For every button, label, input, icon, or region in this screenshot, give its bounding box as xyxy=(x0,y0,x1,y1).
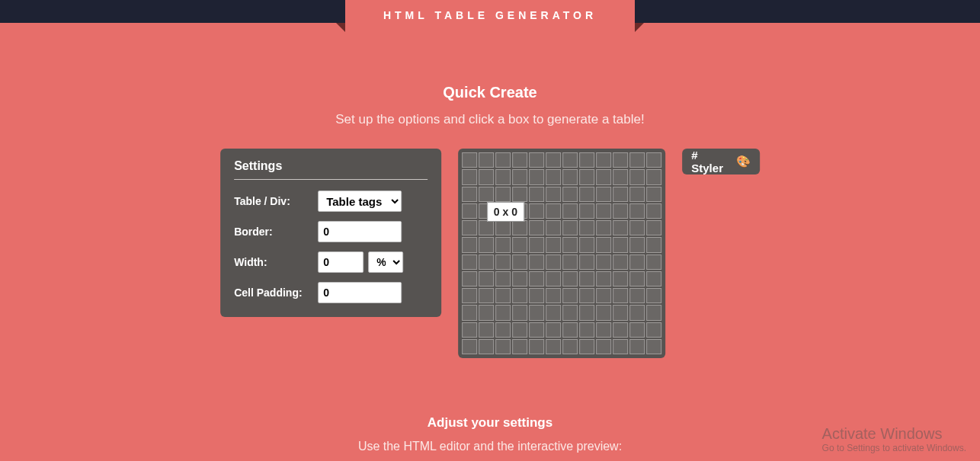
grid-cell[interactable] xyxy=(529,271,544,287)
grid-cell[interactable] xyxy=(629,220,645,235)
grid-cell[interactable] xyxy=(629,237,645,252)
grid-cell[interactable] xyxy=(495,237,511,252)
grid-cell[interactable] xyxy=(546,339,561,354)
grid-cell[interactable] xyxy=(462,339,477,354)
grid-cell[interactable] xyxy=(529,203,544,219)
grid-cell[interactable] xyxy=(529,152,544,168)
grid-cell[interactable] xyxy=(512,169,527,184)
grid-cell[interactable] xyxy=(512,152,527,168)
grid-cell[interactable] xyxy=(562,255,578,270)
grid-cell[interactable] xyxy=(495,255,511,270)
grid-cell[interactable] xyxy=(596,305,611,320)
grid-cell[interactable] xyxy=(529,339,544,354)
input-border[interactable] xyxy=(318,221,402,242)
grid-cell[interactable] xyxy=(613,339,628,354)
grid-cell[interactable] xyxy=(495,322,511,338)
grid-cell[interactable] xyxy=(596,255,611,270)
grid-cell[interactable] xyxy=(512,339,527,354)
grid-cell[interactable] xyxy=(495,271,511,287)
grid-cell[interactable] xyxy=(546,305,561,320)
grid-cell[interactable] xyxy=(629,187,645,202)
grid-cell[interactable] xyxy=(529,169,544,184)
grid-cell[interactable] xyxy=(512,255,527,270)
grid-cell[interactable] xyxy=(479,169,494,184)
grid-cell[interactable] xyxy=(646,220,661,235)
grid-cell[interactable] xyxy=(529,255,544,270)
grid-cell[interactable] xyxy=(562,152,578,168)
input-cell-padding[interactable] xyxy=(318,282,402,303)
grid-cell[interactable] xyxy=(479,339,494,354)
grid-cell[interactable] xyxy=(512,220,527,235)
grid-cell[interactable] xyxy=(479,305,494,320)
grid-cell[interactable] xyxy=(596,203,611,219)
grid-cell[interactable] xyxy=(546,288,561,303)
grid-cell[interactable] xyxy=(462,322,477,338)
grid-cell[interactable] xyxy=(579,187,594,202)
grid-cell[interactable] xyxy=(596,152,611,168)
grid-cell[interactable] xyxy=(596,322,611,338)
grid-cell[interactable] xyxy=(479,271,494,287)
grid-cell[interactable] xyxy=(512,187,527,202)
grid-cell[interactable] xyxy=(479,152,494,168)
grid-cell[interactable] xyxy=(629,169,645,184)
grid-cell[interactable] xyxy=(529,288,544,303)
grid-cell[interactable] xyxy=(613,237,628,252)
grid-cell[interactable] xyxy=(646,152,661,168)
grid-cell[interactable] xyxy=(579,288,594,303)
grid-cell[interactable] xyxy=(579,322,594,338)
grid-cell[interactable] xyxy=(646,169,661,184)
grid-cell[interactable] xyxy=(562,220,578,235)
grid-cell[interactable] xyxy=(479,237,494,252)
grid-cell[interactable] xyxy=(646,203,661,219)
grid-cell[interactable] xyxy=(579,220,594,235)
grid-cell[interactable] xyxy=(579,255,594,270)
grid-cell[interactable] xyxy=(596,237,611,252)
grid-cell[interactable] xyxy=(646,288,661,303)
grid-cell[interactable] xyxy=(562,237,578,252)
select-width-unit[interactable]: % xyxy=(368,251,403,273)
grid-cell[interactable] xyxy=(579,152,594,168)
grid-cell[interactable] xyxy=(512,271,527,287)
grid-cell[interactable] xyxy=(546,255,561,270)
grid-cell[interactable] xyxy=(646,339,661,354)
grid-cell[interactable] xyxy=(596,288,611,303)
grid-cell[interactable] xyxy=(546,152,561,168)
grid-cell[interactable] xyxy=(495,339,511,354)
input-width[interactable] xyxy=(318,251,363,273)
grid-cell[interactable] xyxy=(462,255,477,270)
grid-cell[interactable] xyxy=(462,220,477,235)
grid-cell[interactable] xyxy=(579,203,594,219)
grid-cell[interactable] xyxy=(529,187,544,202)
grid-cell[interactable] xyxy=(646,237,661,252)
grid-cell[interactable] xyxy=(613,271,628,287)
grid-cell[interactable] xyxy=(546,237,561,252)
grid-cell[interactable] xyxy=(646,305,661,320)
grid-cell[interactable] xyxy=(546,169,561,184)
grid-cell[interactable] xyxy=(579,237,594,252)
grid-cell[interactable] xyxy=(613,187,628,202)
grid-cell[interactable] xyxy=(529,322,544,338)
grid-cell[interactable] xyxy=(562,339,578,354)
grid-cell[interactable] xyxy=(546,271,561,287)
grid-cell[interactable] xyxy=(562,271,578,287)
grid-cell[interactable] xyxy=(646,187,661,202)
grid-cell[interactable] xyxy=(462,169,477,184)
grid-cell[interactable] xyxy=(462,187,477,202)
grid-cell[interactable] xyxy=(613,203,628,219)
grid-cell[interactable] xyxy=(479,322,494,338)
grid-cell[interactable] xyxy=(462,152,477,168)
grid-cell[interactable] xyxy=(495,220,511,235)
grid-cell[interactable] xyxy=(479,288,494,303)
grid-cell[interactable] xyxy=(529,237,544,252)
grid-cell[interactable] xyxy=(596,187,611,202)
grid-cell[interactable] xyxy=(546,220,561,235)
grid-cell[interactable] xyxy=(512,237,527,252)
grid-cell[interactable] xyxy=(529,305,544,320)
grid-cell[interactable] xyxy=(562,305,578,320)
grid-cell[interactable] xyxy=(629,305,645,320)
grid-cell[interactable] xyxy=(495,305,511,320)
size-grid[interactable] xyxy=(462,152,661,354)
grid-cell[interactable] xyxy=(462,305,477,320)
grid-cell[interactable] xyxy=(495,169,511,184)
grid-cell[interactable] xyxy=(462,288,477,303)
